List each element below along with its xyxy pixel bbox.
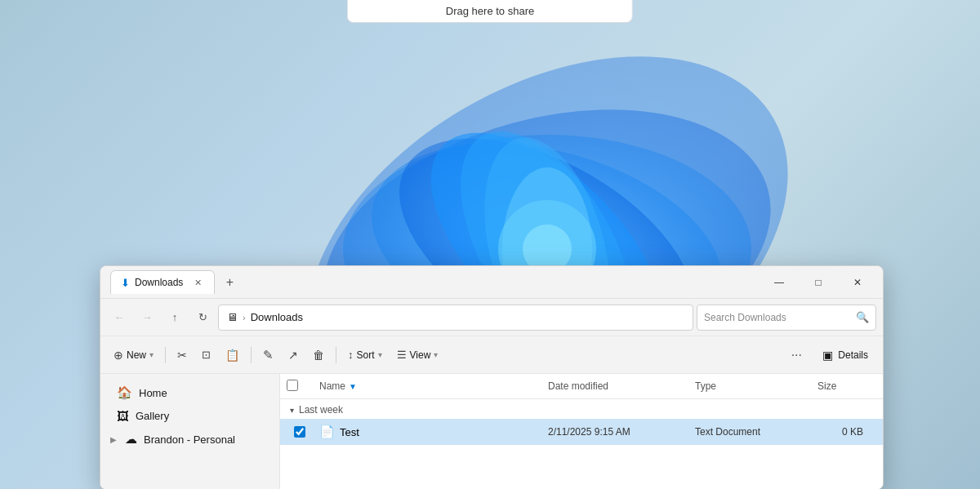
new-label: New bbox=[127, 349, 146, 361]
details-label: Details bbox=[838, 349, 868, 361]
details-button[interactable]: ▣ Details bbox=[814, 342, 876, 368]
share-bar-text: Drag here to share bbox=[446, 5, 534, 17]
search-icon: 🔍 bbox=[856, 311, 869, 323]
sidebar-item-gallery-label: Gallery bbox=[136, 410, 169, 422]
sort-arrow-icon: ▼ bbox=[349, 382, 357, 391]
date-modified-column-label: Date modified bbox=[548, 380, 608, 392]
file-type-cell: Text Document bbox=[688, 426, 811, 438]
file-type-icon: 📄 bbox=[319, 425, 335, 439]
cut-icon: ✂ bbox=[177, 349, 187, 362]
home-icon: 🏠 bbox=[117, 385, 132, 400]
group-last-week[interactable]: ▾ Last week bbox=[280, 399, 883, 419]
sidebar: 🏠 Home 🖼 Gallery ▶ ☁ Brandon - Personal bbox=[100, 374, 280, 489]
toolbar-separator-1 bbox=[165, 347, 166, 363]
row-checkbox[interactable] bbox=[294, 426, 305, 438]
cloud-icon: ☁ bbox=[125, 432, 137, 447]
group-chevron-icon: ▾ bbox=[290, 406, 294, 415]
sidebar-item-brandon-label: Brandon - Personal bbox=[144, 433, 235, 446]
address-chevron: › bbox=[243, 313, 246, 322]
forward-button[interactable]: → bbox=[135, 305, 159, 330]
downloads-tab-icon: ⬇ bbox=[121, 277, 130, 289]
overflow-icon: ··· bbox=[791, 348, 802, 362]
file-date-cell: 2/11/2025 9:15 AM bbox=[541, 426, 688, 438]
window-controls: — □ ✕ bbox=[760, 269, 876, 296]
tab-label: Downloads bbox=[135, 277, 183, 288]
select-all-checkbox[interactable] bbox=[287, 380, 298, 391]
sort-label: Sort bbox=[357, 349, 375, 361]
minimize-button[interactable]: — bbox=[760, 269, 798, 296]
file-name-cell: 📄 Test bbox=[313, 425, 541, 439]
new-icon: ⊕ bbox=[114, 349, 123, 362]
close-button[interactable]: ✕ bbox=[839, 269, 876, 296]
sidebar-item-home[interactable]: 🏠 Home bbox=[104, 381, 276, 404]
rename-button[interactable]: ✎ bbox=[256, 342, 280, 368]
search-placeholder: Search Downloads bbox=[704, 312, 786, 323]
file-type-value: Text Document bbox=[695, 426, 760, 438]
share-bar: Drag here to share bbox=[347, 0, 633, 23]
view-icon: ☰ bbox=[397, 349, 407, 361]
view-chevron-icon: ▾ bbox=[434, 350, 438, 359]
type-column-label: Type bbox=[695, 380, 716, 392]
gallery-icon: 🖼 bbox=[117, 409, 129, 423]
size-column-label: Size bbox=[817, 380, 836, 392]
name-column-label: Name bbox=[319, 380, 345, 392]
sort-icon: ↕ bbox=[348, 349, 354, 361]
share-button[interactable]: ↗ bbox=[282, 342, 305, 368]
expand-icon: ▶ bbox=[110, 435, 117, 444]
view-button[interactable]: ☰ View ▾ bbox=[390, 342, 445, 368]
paste-button[interactable]: 📋 bbox=[219, 342, 246, 368]
file-list: Name ▼ Date modified Type Size ▾ bbox=[280, 374, 883, 489]
header-date-modified[interactable]: Date modified bbox=[541, 377, 688, 395]
sidebar-item-brandon[interactable]: ▶ ☁ Brandon - Personal bbox=[104, 428, 276, 451]
sort-chevron-icon: ▾ bbox=[378, 350, 382, 359]
navigation-bar: ← → ↑ ↻ 🖥 › Downloads Search Downloads 🔍 bbox=[100, 299, 883, 336]
sidebar-item-home-label: Home bbox=[139, 387, 167, 399]
up-button[interactable]: ↑ bbox=[163, 305, 187, 330]
details-icon: ▣ bbox=[822, 349, 833, 362]
file-size-cell: 0 KB bbox=[811, 426, 876, 438]
row-checkbox-cell bbox=[287, 426, 313, 438]
header-checkbox-col bbox=[287, 380, 313, 393]
header-size[interactable]: Size bbox=[811, 377, 876, 395]
header-type[interactable]: Type bbox=[688, 377, 811, 395]
new-button[interactable]: ⊕ New ▾ bbox=[107, 342, 160, 368]
group-label: Last week bbox=[299, 404, 343, 416]
copy-icon: ⊡ bbox=[202, 349, 211, 361]
sidebar-item-gallery[interactable]: 🖼 Gallery bbox=[104, 405, 276, 427]
file-size-value: 0 KB bbox=[842, 426, 863, 438]
address-bar[interactable]: 🖥 › Downloads bbox=[218, 305, 693, 331]
desktop: Drag here to share ⬇ Downloads ✕ + — □ ✕… bbox=[0, 0, 980, 489]
file-explorer-window: ⬇ Downloads ✕ + — □ ✕ ← → ↑ ↻ 🖥 › Downlo… bbox=[100, 265, 884, 489]
header-name[interactable]: Name ▼ bbox=[313, 377, 541, 395]
file-date-value: 2/11/2025 9:15 AM bbox=[548, 426, 630, 438]
toolbar-separator-3 bbox=[336, 347, 336, 363]
share-icon: ↗ bbox=[288, 349, 298, 362]
file-list-header: Name ▼ Date modified Type Size bbox=[280, 374, 883, 399]
new-chevron-icon: ▾ bbox=[149, 350, 154, 359]
file-name-label: Test bbox=[340, 426, 359, 438]
title-bar: ⬇ Downloads ✕ + — □ ✕ bbox=[100, 266, 883, 299]
overflow-button[interactable]: ··· bbox=[783, 342, 809, 368]
cut-button[interactable]: ✂ bbox=[171, 342, 194, 368]
refresh-button[interactable]: ↻ bbox=[190, 305, 215, 330]
toolbar: ⊕ New ▾ ✂ ⊡ 📋 ✎ ↗ 🗑 bbox=[100, 336, 883, 374]
delete-icon: 🗑 bbox=[313, 349, 324, 362]
sort-button[interactable]: ↕ Sort ▾ bbox=[341, 342, 389, 368]
search-box[interactable]: Search Downloads 🔍 bbox=[697, 305, 876, 331]
table-row[interactable]: 📄 Test 2/11/2025 9:15 AM Text Document 0… bbox=[280, 419, 883, 445]
add-tab-button[interactable]: + bbox=[218, 271, 241, 294]
this-pc-icon: 🖥 bbox=[227, 311, 238, 323]
back-button[interactable]: ← bbox=[107, 305, 131, 330]
content-area: 🏠 Home 🖼 Gallery ▶ ☁ Brandon - Personal bbox=[100, 374, 883, 489]
tab-downloads[interactable]: ⬇ Downloads ✕ bbox=[110, 270, 215, 294]
copy-button[interactable]: ⊡ bbox=[195, 342, 217, 368]
paste-icon: 📋 bbox=[225, 349, 239, 362]
toolbar-separator-2 bbox=[251, 347, 252, 363]
delete-button[interactable]: 🗑 bbox=[306, 342, 331, 368]
maximize-button[interactable]: □ bbox=[800, 269, 837, 296]
rename-icon: ✎ bbox=[263, 348, 274, 362]
tab-close-button[interactable]: ✕ bbox=[191, 276, 204, 289]
address-path: Downloads bbox=[251, 311, 303, 323]
view-label: View bbox=[410, 349, 431, 361]
